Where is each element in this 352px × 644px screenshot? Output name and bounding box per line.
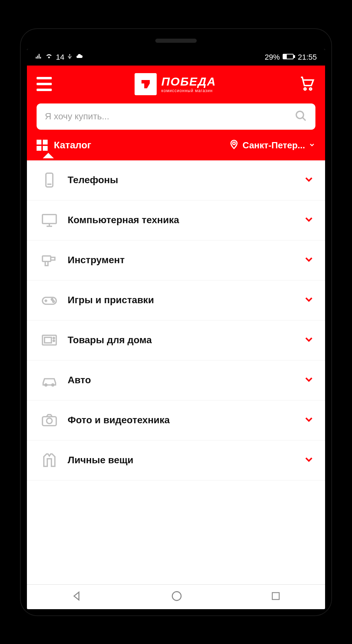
svg-rect-13 — [42, 256, 51, 261]
category-item[interactable]: Телефоны — [27, 160, 325, 200]
svg-point-18 — [53, 301, 55, 303]
category-item[interactable]: Фото и видеотехника — [27, 400, 325, 440]
search-icon[interactable] — [295, 110, 307, 123]
svg-point-7 — [233, 142, 235, 145]
category-label: Компьютерная техника — [61, 215, 303, 226]
category-item[interactable]: Авто — [27, 360, 325, 400]
chevron-down-icon — [303, 454, 315, 467]
battery-icon — [283, 53, 295, 62]
usb-icon — [67, 53, 72, 62]
svg-marker-27 — [74, 592, 79, 600]
category-label: Товары для дома — [61, 335, 303, 346]
microwave-icon — [37, 332, 61, 348]
category-label: Инструмент — [61, 255, 303, 266]
battery-text: 29% — [265, 53, 280, 62]
app-header: ПОБЕДА комиссионный магазин — [27, 66, 325, 160]
jacket-icon — [37, 452, 61, 468]
chevron-down-icon — [303, 214, 315, 227]
chevron-down-icon — [303, 334, 315, 347]
category-item[interactable]: Игры и приставки — [27, 280, 325, 320]
location-label: Санкт-Петер... — [243, 140, 305, 151]
logo[interactable]: ПОБЕДА комиссионный магазин — [135, 73, 216, 95]
svg-rect-29 — [272, 593, 279, 600]
logo-subtitle: комиссионный магазин — [162, 88, 216, 93]
recent-button[interactable] — [271, 591, 281, 603]
category-list: Телефоны Компьютерная техника Инструмент… — [27, 160, 325, 584]
cart-button[interactable] — [299, 75, 315, 93]
category-label: Игры и приставки — [61, 295, 303, 306]
svg-point-5 — [296, 111, 304, 118]
svg-point-3 — [304, 88, 306, 90]
chevron-down-icon — [303, 174, 315, 187]
logo-icon — [135, 73, 157, 95]
svg-rect-8 — [46, 173, 53, 187]
home-button[interactable] — [171, 590, 183, 603]
chevron-down-icon — [303, 374, 315, 387]
svg-line-6 — [303, 117, 306, 120]
svg-point-17 — [51, 299, 53, 300]
android-nav — [27, 584, 325, 609]
chevron-down-icon — [303, 294, 315, 307]
pin-icon — [229, 138, 239, 153]
catalog-label: Каталог — [54, 140, 91, 151]
chevron-down-icon — [303, 254, 315, 267]
svg-point-21 — [53, 337, 55, 339]
wifi-icon — [45, 53, 53, 62]
svg-point-4 — [310, 88, 312, 90]
svg-rect-10 — [42, 215, 56, 224]
search-bar[interactable] — [37, 103, 315, 130]
category-label: Фото и видеотехника — [61, 415, 303, 426]
cloud-icon — [75, 53, 84, 62]
phone-icon — [37, 172, 61, 188]
category-item[interactable]: Инструмент — [27, 240, 325, 280]
grid-icon — [37, 140, 48, 151]
category-label: Личные вещи — [61, 455, 303, 466]
logo-title: ПОБЕДА — [162, 75, 216, 88]
svg-rect-2 — [284, 55, 286, 58]
gamepad-icon — [37, 292, 61, 308]
chevron-down-icon — [303, 414, 315, 427]
signal-icon — [35, 53, 42, 62]
signal-text: 14 — [56, 53, 64, 62]
camera-icon — [37, 412, 61, 428]
category-label: Авто — [61, 375, 303, 386]
svg-rect-1 — [294, 56, 295, 58]
svg-point-28 — [172, 592, 181, 601]
status-bar: 14 29% 21:55 — [27, 49, 325, 66]
svg-point-22 — [53, 340, 55, 341]
category-item[interactable]: Личные вещи — [27, 440, 325, 480]
category-item[interactable]: Товары для дома — [27, 320, 325, 360]
car-icon — [37, 372, 61, 388]
monitor-icon — [37, 212, 61, 228]
time-text: 21:55 — [298, 53, 317, 62]
catalog-tab[interactable]: Каталог — [37, 140, 91, 151]
category-item[interactable]: Компьютерная техника — [27, 200, 325, 240]
menu-button[interactable] — [37, 77, 52, 91]
chevron-down-icon — [309, 140, 315, 151]
location-selector[interactable]: Санкт-Петер... — [229, 138, 315, 153]
device-speaker — [155, 39, 197, 43]
category-label: Телефоны — [61, 175, 303, 186]
back-button[interactable] — [71, 590, 83, 603]
search-input[interactable] — [45, 111, 295, 122]
svg-rect-20 — [45, 337, 51, 343]
drill-icon — [37, 252, 61, 268]
svg-point-26 — [47, 418, 52, 424]
